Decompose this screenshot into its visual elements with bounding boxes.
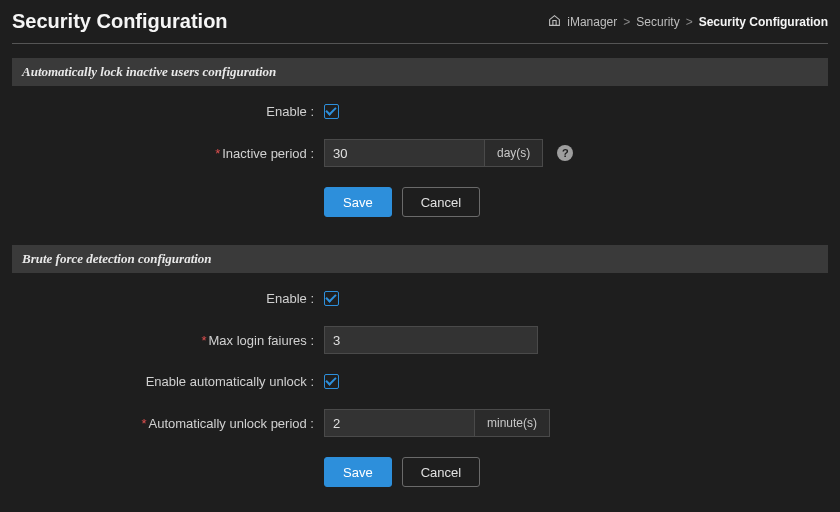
section-header-brute-force: Brute force detection configuration (12, 245, 828, 273)
enable-brute-force-checkbox[interactable] (324, 291, 339, 306)
enable-label: Enable : (12, 291, 324, 306)
enable-auto-unlock-checkbox[interactable] (324, 374, 339, 389)
section-header-auto-lock: Automatically lock inactive users config… (12, 58, 828, 86)
unlock-period-unit: minute(s) (474, 409, 550, 437)
unlock-period-label: Automatically unlock period : (149, 416, 314, 431)
help-icon[interactable]: ? (557, 145, 573, 161)
save-button[interactable]: Save (324, 187, 392, 217)
unlock-period-input[interactable] (324, 409, 474, 437)
chevron-right-icon: > (686, 15, 693, 29)
page-title: Security Configuration (12, 10, 228, 33)
breadcrumb-root[interactable]: iManager (567, 15, 617, 29)
inactive-period-input[interactable] (324, 139, 484, 167)
breadcrumb-security[interactable]: Security (636, 15, 679, 29)
enable-auto-lock-checkbox[interactable] (324, 104, 339, 119)
required-marker: * (201, 333, 206, 348)
required-marker: * (141, 416, 146, 431)
header-divider (12, 43, 828, 44)
inactive-period-unit: day(s) (484, 139, 543, 167)
breadcrumb: iManager > Security > Security Configura… (548, 14, 828, 30)
cancel-button[interactable]: Cancel (402, 187, 480, 217)
chevron-right-icon: > (623, 15, 630, 29)
cancel-button[interactable]: Cancel (402, 457, 480, 487)
max-failures-label: Max login faiures : (209, 333, 315, 348)
required-marker: * (215, 146, 220, 161)
inactive-period-label: Inactive period : (222, 146, 314, 161)
home-icon[interactable] (548, 14, 561, 30)
auto-unlock-label: Enable automatically unlock : (12, 374, 324, 389)
save-button[interactable]: Save (324, 457, 392, 487)
max-failures-input[interactable] (324, 326, 538, 354)
breadcrumb-current: Security Configuration (699, 15, 828, 29)
enable-label: Enable : (12, 104, 324, 119)
